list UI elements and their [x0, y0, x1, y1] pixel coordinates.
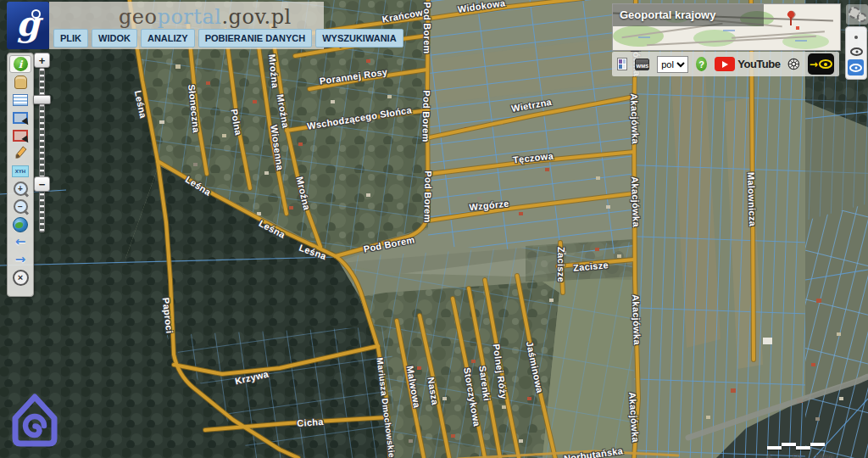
- abort-button[interactable]: ×: [9, 269, 31, 287]
- identify-tool-button[interactable]: i: [9, 55, 31, 73]
- youtube-link[interactable]: YouTube: [715, 57, 780, 71]
- scale-label: 100m: [815, 453, 834, 458]
- logo-ring-icon: [31, 9, 41, 19]
- street-label: Zacisze: [556, 247, 566, 282]
- help-icon[interactable]: ?: [696, 57, 707, 71]
- overview-minimap[interactable]: Geoportal krajowy: [612, 3, 841, 51]
- pan-tool-button[interactable]: [9, 73, 31, 91]
- eye-icon: [819, 59, 832, 69]
- clear-selection-button[interactable]: [9, 126, 31, 144]
- street-label: Pod Borem: [422, 170, 433, 223]
- site-title-portal: portal: [158, 5, 222, 29]
- geoportal-logo[interactable]: g: [7, 2, 49, 49]
- scale-segment: [810, 443, 825, 446]
- minimap-label-mark: [638, 36, 650, 38]
- street-label: Cicha: [297, 416, 324, 428]
- arrow-right-icon: →: [15, 254, 26, 266]
- scale-label: 0: [767, 453, 771, 458]
- zoom-in-icon: +: [14, 182, 28, 196]
- wheel-icon[interactable]: [787, 56, 800, 72]
- minimap-title: Geoportal krajowy: [620, 8, 715, 21]
- main-menu: PLIK WIDOK ANALIZY POBIERANIE DANYCH WYS…: [53, 29, 403, 47]
- zoom-slider-track[interactable]: [39, 68, 45, 232]
- minimap-marker-stem: [790, 17, 792, 25]
- map-scale-bar: 0 50 100m: [767, 443, 840, 458]
- menu-item-plik[interactable]: PLIK: [53, 29, 88, 47]
- watermark-house-logo: [10, 388, 59, 451]
- street-label: Malownicza: [746, 172, 758, 227]
- scale-segment: [796, 446, 810, 450]
- previous-view-button[interactable]: ←: [9, 233, 31, 251]
- table-icon: [13, 94, 28, 106]
- pencil-icon: [14, 146, 27, 160]
- select-area-button[interactable]: [9, 109, 31, 126]
- language-select[interactable]: pol: [657, 56, 688, 73]
- eye-small-icon[interactable]: [850, 47, 863, 56]
- wms-icon[interactable]: WMS: [635, 59, 649, 70]
- menu-item-wyszukiwania[interactable]: WYSZUKIWANIA: [315, 29, 403, 47]
- youtube-play-icon: [715, 57, 735, 71]
- site-title-geo: geo: [119, 5, 158, 29]
- map-tools-toolbar: i XYH + − ← → ×: [7, 53, 34, 297]
- zoom-out-icon: −: [14, 199, 28, 214]
- spiral-mark: [25, 416, 44, 435]
- zoom-slider-minus-button[interactable]: −: [34, 176, 50, 192]
- layer-eye-button[interactable]: [848, 59, 864, 75]
- gear-icon: [857, 13, 866, 22]
- menu-item-widok[interactable]: WIDOK: [92, 29, 137, 47]
- hand-icon: [14, 75, 27, 89]
- street-label: Pod Borem: [422, 2, 432, 53]
- legend-icon[interactable]: [617, 58, 627, 70]
- site-title: geoportal.gov.pl: [119, 5, 292, 29]
- full-extent-button[interactable]: [9, 215, 31, 233]
- layer-visibility-panel: [845, 26, 867, 80]
- zoom-slider-plus-button[interactable]: +: [34, 53, 50, 68]
- dot-icon[interactable]: [854, 36, 858, 39]
- xyh-icon: XYH: [12, 165, 29, 177]
- street-label: Akacjówka: [629, 93, 641, 144]
- eye-icon: [849, 64, 862, 72]
- menu-item-pobieranie-danych[interactable]: POBIERANIE DANYCH: [198, 29, 313, 47]
- zoom-in-tool-button[interactable]: +: [9, 180, 31, 198]
- visibility-toggle[interactable]: →: [808, 53, 834, 75]
- globe-icon: [13, 217, 28, 232]
- minimap-label-mark: [795, 40, 807, 42]
- menu-item-analizy[interactable]: ANALIZY: [141, 29, 195, 47]
- arrow-icon: →: [810, 59, 818, 70]
- cancel-circle-icon: ×: [13, 270, 29, 286]
- geoportal-app: KrańcowaWidokowaPod BoremKsiężycowaPoran…: [0, 0, 868, 458]
- attribute-table-button[interactable]: [9, 91, 31, 109]
- zoom-out-tool-button[interactable]: −: [9, 198, 31, 215]
- arrow-left-icon: ←: [15, 236, 26, 249]
- scale-segment: [782, 443, 796, 446]
- scale-segment: [767, 446, 782, 450]
- street-label: Akacjówka: [631, 294, 643, 345]
- minimap-green-area: [693, 30, 736, 47]
- next-view-button[interactable]: →: [9, 251, 31, 269]
- coordinates-button[interactable]: XYH: [9, 162, 31, 180]
- site-title-suffix: .gov.pl: [221, 5, 291, 29]
- youtube-label: YouTube: [737, 58, 780, 70]
- info-icon: i: [14, 57, 28, 71]
- street-label: Pod Borem: [420, 90, 431, 142]
- zoom-slider-handle[interactable]: [33, 95, 51, 104]
- scale-label: 50: [793, 453, 801, 458]
- draw-measure-button[interactable]: [9, 144, 31, 162]
- street-label: Akacjówka: [630, 176, 642, 227]
- minimap-marker-dot: [796, 26, 799, 30]
- settings-gears-button[interactable]: [846, 4, 868, 25]
- minimap-label-mark: [723, 30, 735, 31]
- top-right-toolbar: WMS pol ? YouTube →: [612, 52, 839, 76]
